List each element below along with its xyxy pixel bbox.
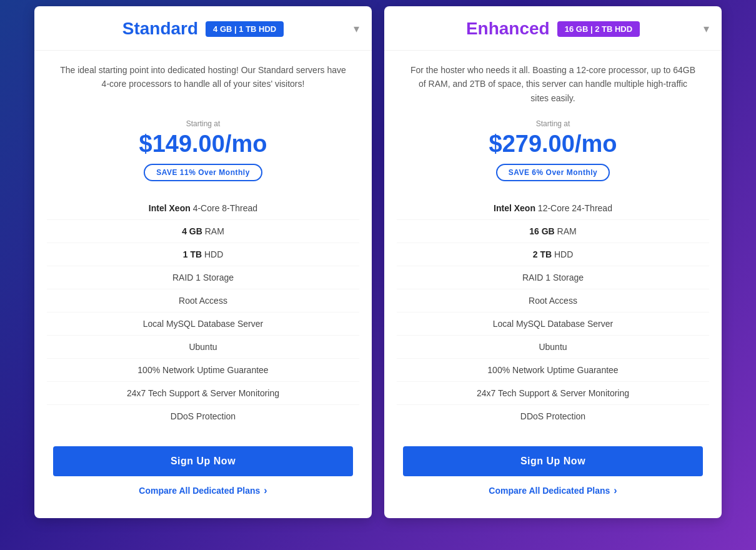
chevron-down-icon-enhanced[interactable]: ▾: [704, 22, 709, 36]
features-list-enhanced: Intel Xeon 12-Core 24-Thread16 GB RAM2 T…: [384, 188, 722, 437]
list-item: 100% Network Uptime Guarantee: [47, 359, 359, 382]
plan-description-enhanced: For the hoster who needs it all. Boastin…: [384, 51, 722, 113]
feature-bold-text: 16 GB: [529, 226, 554, 236]
list-item: Root Access: [47, 289, 359, 312]
plan-description-standard: The ideal starting point into dedicated …: [34, 51, 372, 113]
signup-button-enhanced[interactable]: Sign Up Now: [403, 446, 703, 476]
list-item: Root Access: [397, 289, 709, 312]
list-item: 16 GB RAM: [397, 220, 709, 243]
list-item: 1 TB HDD: [47, 243, 359, 266]
list-item: 4 GB RAM: [47, 220, 359, 243]
card-header-standard: Standard4 GB | 1 TB HDD▾: [34, 6, 372, 51]
plan-name-standard: Standard: [122, 19, 198, 39]
list-item: Ubuntu: [47, 336, 359, 359]
feature-bold-text: Intel Xeon: [494, 203, 535, 213]
signup-button-standard[interactable]: Sign Up Now: [53, 446, 353, 476]
list-item: Intel Xeon 4-Core 8-Thread: [47, 197, 359, 220]
compare-label-enhanced: Compare All Dedicated Plans: [489, 486, 610, 496]
list-item: RAID 1 Storage: [397, 266, 709, 289]
starting-at-label-standard: Starting at: [47, 119, 359, 128]
compare-link-enhanced[interactable]: Compare All Dedicated Plans›: [403, 476, 703, 496]
starting-at-label-enhanced: Starting at: [397, 119, 709, 128]
list-item: 100% Network Uptime Guarantee: [397, 359, 709, 382]
feature-bold-text: Intel Xeon: [149, 203, 191, 213]
card-header-enhanced: Enhanced16 GB | 2 TB HDD▾: [384, 6, 722, 51]
chevron-right-icon: ›: [614, 485, 617, 496]
compare-label-standard: Compare All Dedicated Plans: [139, 486, 260, 496]
compare-anchor-enhanced[interactable]: Compare All Dedicated Plans›: [489, 485, 617, 496]
feature-bold-text: 1 TB: [183, 249, 202, 259]
plan-badge-enhanced: 16 GB | 2 TB HDD: [557, 21, 640, 37]
cta-section-enhanced: Sign Up NowCompare All Dedicated Plans›: [384, 437, 722, 499]
chevron-right-icon: ›: [264, 485, 267, 496]
plan-badge-standard: 4 GB | 1 TB HDD: [206, 21, 284, 37]
pricing-card-enhanced: Enhanced16 GB | 2 TB HDD▾For the hoster …: [384, 6, 722, 518]
chevron-down-icon-standard[interactable]: ▾: [354, 22, 359, 36]
price-enhanced: $279.00/mo: [397, 131, 709, 158]
cta-section-standard: Sign Up NowCompare All Dedicated Plans›: [34, 437, 372, 499]
feature-bold-text: 4 GB: [182, 226, 202, 236]
save-badge-standard: SAVE 11% Over Monthly: [47, 158, 359, 184]
list-item: Local MySQL Database Server: [397, 312, 709, 336]
pricing-cards-wrapper: Standard4 GB | 1 TB HDD▾The ideal starti…: [34, 6, 722, 518]
pricing-card-standard: Standard4 GB | 1 TB HDD▾The ideal starti…: [34, 6, 372, 518]
pricing-section-enhanced: Starting at$279.00/moSAVE 6% Over Monthl…: [384, 113, 722, 188]
features-list-standard: Intel Xeon 4-Core 8-Thread4 GB RAM1 TB H…: [34, 188, 372, 437]
compare-anchor-standard[interactable]: Compare All Dedicated Plans›: [139, 485, 267, 496]
list-item: 2 TB HDD: [397, 243, 709, 266]
feature-bold-text: 2 TB: [533, 249, 552, 259]
list-item: 24x7 Tech Support & Server Monitoring: [47, 382, 359, 405]
pricing-section-standard: Starting at$149.00/moSAVE 11% Over Month…: [34, 113, 372, 188]
list-item: RAID 1 Storage: [47, 266, 359, 289]
list-item: DDoS Protection: [47, 405, 359, 428]
list-item: Ubuntu: [397, 336, 709, 359]
plan-name-enhanced: Enhanced: [466, 19, 550, 39]
list-item: Local MySQL Database Server: [47, 312, 359, 336]
price-standard: $149.00/mo: [47, 131, 359, 158]
compare-link-standard[interactable]: Compare All Dedicated Plans›: [53, 476, 353, 496]
list-item: Intel Xeon 12-Core 24-Thread: [397, 197, 709, 220]
save-badge-enhanced: SAVE 6% Over Monthly: [397, 158, 709, 184]
list-item: 24x7 Tech Support & Server Monitoring: [397, 382, 709, 405]
list-item: DDoS Protection: [397, 405, 709, 428]
